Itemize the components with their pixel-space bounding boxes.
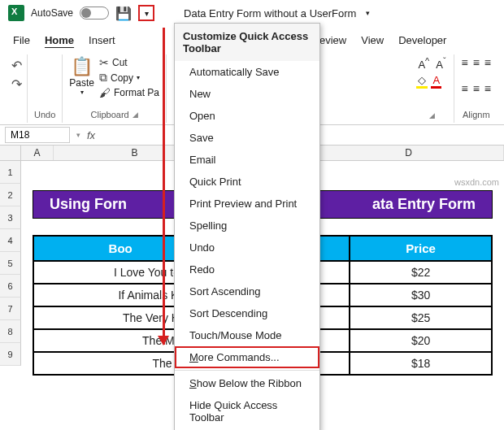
row-header[interactable]: 5 <box>0 252 21 275</box>
row-header[interactable]: 8 <box>0 320 21 343</box>
annotation-arrow <box>163 28 165 345</box>
col-header-a[interactable]: A <box>21 146 54 160</box>
paste-label: Paste <box>69 77 94 89</box>
cut-icon: ✂ <box>99 56 109 69</box>
fx-icon[interactable]: fx <box>87 129 95 141</box>
watermark: wsxdn.com <box>454 177 499 187</box>
paste-icon: 📋 <box>71 56 93 77</box>
col-header-d[interactable]: D <box>314 146 504 160</box>
tab-home[interactable]: Home <box>43 31 76 51</box>
font-launcher-icon[interactable]: ◢ <box>429 111 435 119</box>
copy-icon: ⧉ <box>99 71 107 85</box>
align-right-icon[interactable]: ≡ <box>484 82 491 95</box>
select-all-corner[interactable] <box>0 146 21 160</box>
qat-dropdown-menu: Customize Quick Access Toolbar Automatic… <box>174 23 320 430</box>
tab-view[interactable]: View <box>359 31 385 51</box>
shrink-font-button[interactable]: Aˇ <box>434 56 447 71</box>
clipboard-group-label: Clipboard <box>91 110 129 119</box>
dropdown-item[interactable]: New <box>175 83 319 105</box>
dropdown-item[interactable]: Show Below the Ribbon <box>175 372 319 394</box>
banner-left: Using Forn <box>50 196 127 213</box>
tab-developer[interactable]: Developer <box>397 31 448 51</box>
align-center-icon[interactable]: ≡ <box>473 82 480 95</box>
row-header[interactable]: 3 <box>0 206 21 229</box>
tab-file[interactable]: File <box>11 31 32 51</box>
alignment-group-label: Alignm <box>463 108 490 121</box>
dropdown-separator <box>175 370 319 371</box>
redo-icon[interactable]: ↷ <box>11 76 22 92</box>
font-group: A^ Aˇ ◇ A ◢ <box>410 54 454 123</box>
undo-group-label: Undo <box>34 108 55 121</box>
font-color-button[interactable]: A <box>431 74 441 89</box>
format-painter-button[interactable]: 🖌Format Pa <box>99 86 159 99</box>
brush-icon: 🖌 <box>99 86 111 99</box>
align-top-icon[interactable]: ≡ <box>461 56 467 69</box>
row-header[interactable]: 1 <box>0 161 21 184</box>
excel-icon <box>8 5 24 21</box>
document-title: Data Entry Form without a UserForm <box>184 7 356 20</box>
undo-icon[interactable]: ↶ <box>11 58 22 73</box>
copy-button[interactable]: ⧉Copy▾ <box>99 71 159 85</box>
align-bottom-icon[interactable]: ≡ <box>484 56 491 69</box>
qat-dropdown-button[interactable]: ▾ <box>138 5 154 21</box>
row-header[interactable]: 7 <box>0 298 21 320</box>
fill-color-button[interactable]: ◇ <box>416 74 428 89</box>
name-box[interactable] <box>5 127 70 143</box>
align-middle-icon[interactable]: ≡ <box>473 56 480 69</box>
dropdown-item[interactable]: Print Preview and Print <box>175 193 319 215</box>
dropdown-item[interactable]: Spelling <box>175 215 319 237</box>
autosave-label: AutoSave <box>31 7 73 19</box>
clipboard-group: 📋 Paste ▾ ✂Cut ⧉Copy▾ 🖌Format Pa Clipboa… <box>63 54 167 123</box>
row-header[interactable]: 2 <box>0 184 21 206</box>
banner-right: ata Entry Form <box>372 196 476 213</box>
dropdown-item[interactable]: Touch/Mouse Mode <box>175 324 319 346</box>
dropdown-item[interactable]: Sort Ascending <box>175 280 319 302</box>
cut-button[interactable]: ✂Cut <box>99 56 159 69</box>
save-icon[interactable]: 💾 <box>115 6 132 21</box>
dropdown-item[interactable]: Quick Print <box>175 171 319 193</box>
title-caret-icon[interactable]: ▾ <box>366 9 370 17</box>
autosave-toggle[interactable] <box>80 7 109 20</box>
align-left-icon[interactable]: ≡ <box>461 82 467 95</box>
undo-redo-group: ↶ ↷ <box>7 54 27 123</box>
tab-insert[interactable]: Insert <box>87 31 117 51</box>
paste-button[interactable]: 📋 Paste ▾ <box>69 56 94 96</box>
dropdown-item[interactable]: Save <box>175 127 319 149</box>
dropdown-item[interactable]: Redo <box>175 258 319 280</box>
dropdown-item[interactable]: Undo <box>175 237 319 258</box>
row-header[interactable]: 4 <box>0 229 21 252</box>
dropdown-more-commands[interactable]: More Commands... <box>175 346 319 368</box>
clipboard-launcher-icon[interactable]: ◢ <box>133 111 138 119</box>
row-header[interactable]: 6 <box>0 275 21 298</box>
grow-font-button[interactable]: A^ <box>416 56 431 71</box>
undo-group: Undo <box>27 54 63 123</box>
col-price[interactable]: Price <box>350 236 492 261</box>
dropdown-title: Customize Quick Access Toolbar <box>175 24 319 61</box>
dropdown-item[interactable]: Sort Descending <box>175 302 319 324</box>
dropdown-item[interactable]: Hide Quick Access Toolbar <box>175 394 319 428</box>
dropdown-item[interactable]: Automatically Save <box>175 61 319 83</box>
dropdown-item[interactable]: Email <box>175 149 319 171</box>
alignment-group: ≡ ≡ ≡ ≡ ≡ ≡ Alignm <box>454 54 497 123</box>
dropdown-item[interactable]: Open <box>175 105 319 127</box>
row-header[interactable]: 9 <box>0 343 21 366</box>
